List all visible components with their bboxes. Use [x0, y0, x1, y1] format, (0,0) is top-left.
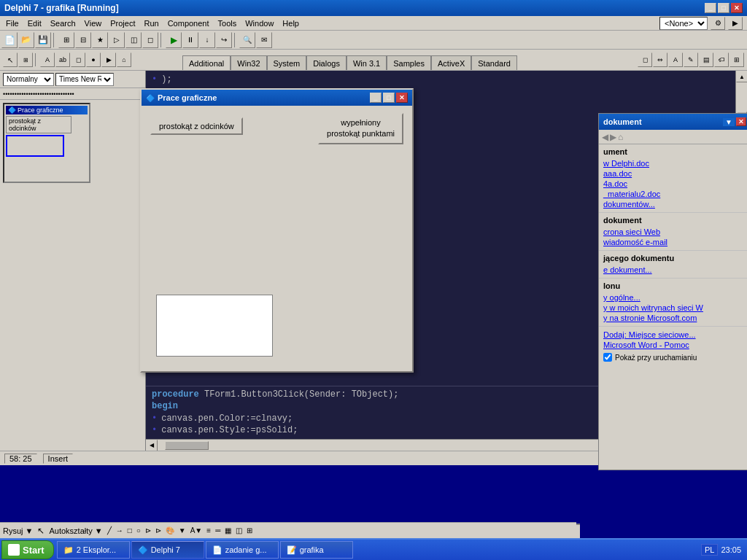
tb-btn6[interactable]: ★: [92, 32, 108, 48]
pal-btn7[interactable]: ▶: [101, 52, 116, 67]
prace-maximize[interactable]: □: [383, 93, 395, 103]
link-edokument[interactable]: e dokument...: [603, 265, 746, 275]
menu-project[interactable]: Project: [106, 18, 139, 29]
draw-color-btn[interactable]: 🎨: [166, 526, 174, 534]
tb-new[interactable]: 📄: [1, 32, 18, 48]
draw-more4[interactable]: ═: [215, 526, 220, 534]
pal-btn3[interactable]: A: [40, 52, 55, 67]
menu-edit[interactable]: Edit: [23, 18, 46, 29]
pal-btn4[interactable]: ab: [55, 52, 70, 67]
link-microsoft[interactable]: y na stronie Microsoft.com: [603, 313, 746, 323]
prostokat-btn[interactable]: prostokąt z odcinków: [150, 117, 243, 135]
scroll-up-btn[interactable]: ▲: [736, 71, 747, 82]
pal-right-btn4[interactable]: ✎: [684, 52, 698, 67]
taskbar-item-3[interactable]: 📄 zadanie g...: [206, 541, 279, 559]
pal-right-btn5[interactable]: ▤: [699, 52, 713, 67]
tb-btn9[interactable]: ◻: [142, 32, 158, 48]
link-email[interactable]: wiadomość e-mail: [603, 237, 746, 247]
tb-btn4[interactable]: ⊞: [58, 32, 74, 48]
taskbar-item-4[interactable]: 📝 grafika: [280, 541, 353, 559]
tb-run[interactable]: ▶: [166, 32, 182, 48]
palette-tab-win32[interactable]: Win32: [231, 55, 266, 70]
draw-fill-btn[interactable]: ▼: [179, 526, 186, 534]
draw-more1[interactable]: ⊳: [145, 526, 151, 534]
tb-open[interactable]: 📂: [18, 32, 34, 48]
link-ogolne[interactable]: y ogólne...: [603, 292, 746, 303]
close-btn[interactable]: ✕: [731, 3, 743, 13]
menu-window[interactable]: Window: [241, 18, 278, 29]
draw-more5[interactable]: ▦: [225, 526, 231, 534]
component-combo[interactable]: <None>: [659, 17, 708, 30]
draw-cursor-btn[interactable]: ↖: [37, 526, 44, 536]
link-materialu2-doc[interactable]: _materialu2.doc: [603, 189, 746, 199]
toolbar-extra-btn1[interactable]: ⚙: [711, 17, 725, 30]
font-select[interactable]: Times New R: [55, 73, 114, 86]
tb-btn-more2[interactable]: ✉: [256, 32, 272, 48]
link-witryny[interactable]: y w moich witrynach sieci W: [603, 303, 746, 313]
draw-line-btn[interactable]: ╱: [107, 526, 112, 534]
pal-right-btn3[interactable]: A: [668, 52, 683, 67]
link-aaa-doc[interactable]: aaa.doc: [603, 168, 746, 179]
tb-step[interactable]: ↓: [199, 32, 215, 48]
draw-more3[interactable]: ≡: [206, 526, 211, 534]
show-on-start-checkbox[interactable]: [603, 353, 612, 362]
nav-home[interactable]: ⌂: [618, 132, 623, 142]
pal-btn5[interactable]: ◻: [71, 52, 85, 67]
menu-run[interactable]: Run: [139, 18, 163, 29]
menu-tools[interactable]: Tools: [214, 18, 241, 29]
link-delphi-doc[interactable]: w Delphi.doc: [603, 158, 746, 168]
tb-btn-more1[interactable]: 🔍: [239, 32, 255, 48]
prace-close[interactable]: ✕: [396, 93, 408, 103]
tb-btn8[interactable]: ◫: [125, 32, 142, 48]
tab-order-btn[interactable]: ⊞: [18, 52, 33, 67]
draw-more7[interactable]: ⊞: [247, 526, 252, 534]
draw-rect-btn[interactable]: □: [128, 526, 132, 534]
menu-help[interactable]: Help: [278, 18, 303, 29]
wypelniony-btn[interactable]: wypełnionyprostokąt punktami: [318, 113, 403, 144]
palette-tab-system[interactable]: System: [267, 55, 307, 70]
menu-component[interactable]: Component: [163, 18, 214, 29]
draw-line-color-btn[interactable]: A▼: [190, 526, 203, 534]
draw-arrow-btn[interactable]: →: [116, 526, 123, 534]
panel-close-btn[interactable]: ✕: [736, 117, 746, 126]
menu-view[interactable]: View: [80, 18, 107, 29]
taskbar-item-2[interactable]: 🔷 Delphi 7: [131, 541, 204, 559]
pal-right-btn6[interactable]: 🏷: [714, 52, 729, 67]
pal-btn6[interactable]: ●: [86, 52, 101, 67]
draw-more6[interactable]: ◫: [236, 526, 242, 534]
tb-btn5[interactable]: ⊟: [75, 32, 91, 48]
menu-file[interactable]: File: [1, 18, 23, 29]
hscroll-thumb[interactable]: [165, 441, 209, 450]
palette-tab-activex[interactable]: ActiveX: [431, 55, 471, 70]
pal-right-btn1[interactable]: ◻: [638, 52, 652, 67]
style-select[interactable]: Normalny: [3, 73, 54, 86]
palette-tab-win31[interactable]: Win 3.1: [347, 55, 387, 70]
minimize-btn[interactable]: _: [705, 3, 716, 13]
menu-search[interactable]: Search: [46, 18, 80, 29]
scroll-left-btn[interactable]: ◀: [146, 440, 158, 451]
nav-forward[interactable]: ▶: [610, 132, 616, 142]
palette-tab-dialogs[interactable]: Dialogs: [306, 55, 347, 70]
prace-minimize[interactable]: _: [370, 93, 382, 103]
palette-tab-additional[interactable]: Additional: [182, 55, 231, 70]
taskbar-item-1[interactable]: 📁 2 Eksplor...: [57, 541, 130, 559]
select-cursor-btn[interactable]: ↖: [3, 52, 18, 67]
palette-tab-samples[interactable]: Samples: [387, 55, 431, 70]
link-word-help[interactable]: Microsoft Word - Pomoc: [603, 340, 746, 350]
palette-tab-standard[interactable]: Standard: [471, 55, 517, 70]
tb-pause[interactable]: ⏸: [182, 32, 198, 48]
tb-stepover[interactable]: ↪: [216, 32, 232, 48]
tb-btn7[interactable]: ▷: [109, 32, 125, 48]
link-4a-doc[interactable]: 4a.doc: [603, 179, 746, 189]
link-dodaj[interactable]: Dodaj: Miejsce sieciowe...: [603, 330, 746, 340]
link-crona[interactable]: crona sieci Web: [603, 227, 746, 237]
link-more-docs[interactable]: dokumentów...: [603, 199, 746, 209]
panel-dropdown[interactable]: ▼: [723, 118, 735, 126]
toolbar-extra-btn2[interactable]: ▶: [728, 17, 743, 30]
draw-more2[interactable]: ⊳: [155, 526, 161, 534]
pal-btn8[interactable]: ⌂: [117, 52, 131, 67]
nav-back[interactable]: ◀: [602, 132, 608, 142]
start-button[interactable]: ⊞ Start: [1, 540, 54, 559]
pal-right-btn7[interactable]: ⊞: [729, 52, 744, 67]
pal-right-btn2[interactable]: ⇔: [653, 52, 667, 67]
